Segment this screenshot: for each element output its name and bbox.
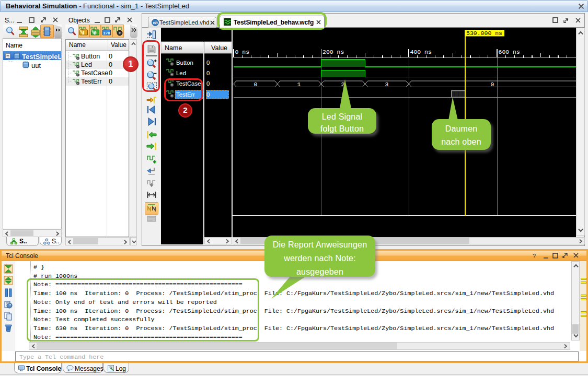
svg-text:0: 0: [206, 60, 210, 66]
svg-text:0 ns: 0 ns: [235, 49, 250, 55]
svg-text:Button: Button: [176, 60, 193, 66]
svg-text:400 ns: 400 ns: [410, 49, 432, 55]
svg-text:3: 3: [385, 81, 389, 88]
svg-text:Name: Name: [165, 44, 182, 52]
svg-text:200 ns: 200 ns: [322, 49, 344, 55]
svg-text:0: 0: [206, 70, 210, 76]
svg-text:0: 0: [254, 81, 258, 88]
svg-text:vh: vh: [153, 20, 157, 25]
svg-text:0: 0: [206, 80, 210, 87]
svg-text:I/O: I/O: [103, 31, 110, 36]
svg-text:Value: Value: [211, 44, 227, 52]
svg-text:Led: Led: [176, 70, 186, 76]
svg-text:0: 0: [94, 31, 96, 36]
svg-text:0: 0: [206, 91, 210, 98]
svg-text:530.000 ns: 530.000 ns: [466, 30, 502, 37]
svg-text:1: 1: [297, 81, 301, 88]
svg-text:I: I: [83, 30, 85, 36]
svg-text:600 ns: 600 ns: [499, 49, 520, 55]
svg-text:0: 0: [491, 81, 494, 88]
